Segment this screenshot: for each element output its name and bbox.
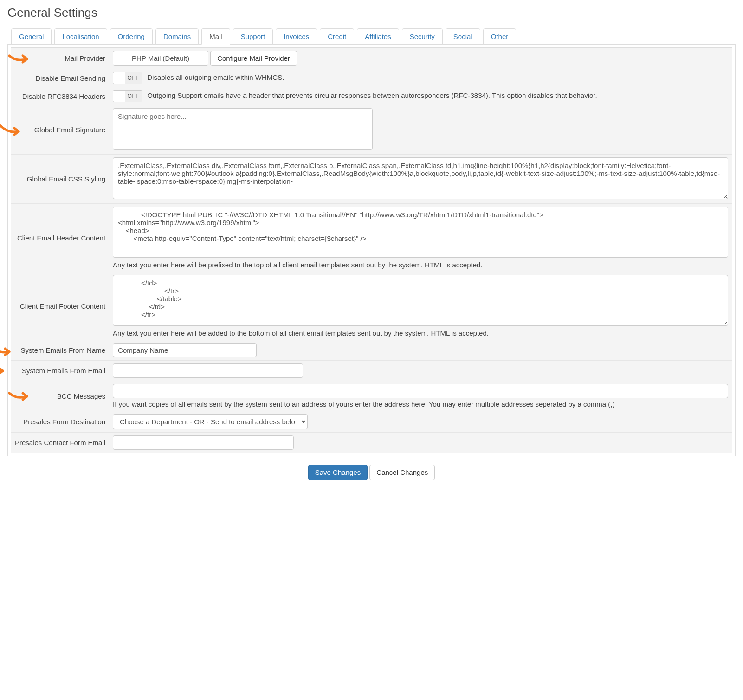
disable-rfc-headers-toggle[interactable]: OFF xyxy=(113,90,142,102)
tab-other[interactable]: Other xyxy=(483,28,517,45)
presales-form-destination-label: Presales Form Destination xyxy=(23,418,105,426)
tab-affiliates[interactable]: Affiliates xyxy=(357,28,399,45)
global-email-signature-label: Global Email Signature xyxy=(34,126,105,134)
cancel-changes-button[interactable]: Cancel Changes xyxy=(369,465,435,480)
bcc-messages-helper: If you want copies of all emails sent by… xyxy=(113,400,728,408)
client-email-footer-label: Client Email Footer Content xyxy=(20,302,105,310)
tab-domains[interactable]: Domains xyxy=(155,28,199,45)
tab-invoices[interactable]: Invoices xyxy=(276,28,317,45)
global-email-css-label: Global Email CSS Styling xyxy=(27,175,105,183)
disable-rfc-headers-desc: Outgoing Support emails have a header th… xyxy=(147,91,597,99)
arrow-icon xyxy=(0,366,10,376)
settings-tabs: GeneralLocalisationOrderingDomainsMailSu… xyxy=(7,28,736,45)
disable-email-sending-toggle[interactable]: OFF xyxy=(113,72,142,84)
arrow-icon xyxy=(0,123,26,136)
save-changes-button[interactable]: Save Changes xyxy=(308,465,368,480)
tab-security[interactable]: Security xyxy=(402,28,443,45)
configure-mail-provider-button[interactable]: Configure Mail Provider xyxy=(210,51,297,66)
tab-localisation[interactable]: Localisation xyxy=(54,28,107,45)
mail-provider-value: PHP Mail (Default) xyxy=(113,51,208,66)
tab-social[interactable]: Social xyxy=(446,28,480,45)
presales-form-destination-select[interactable]: Choose a Department - OR - Send to email… xyxy=(113,414,308,429)
client-email-header-helper: Any text you enter here will be prefixed… xyxy=(113,261,728,269)
client-email-footer-textarea[interactable] xyxy=(113,275,728,326)
client-email-footer-helper: Any text you enter here will be added to… xyxy=(113,329,728,337)
client-email-header-textarea[interactable] xyxy=(113,207,728,258)
tab-mail[interactable]: Mail xyxy=(201,28,230,45)
bcc-messages-label: BCC Messages xyxy=(57,392,105,400)
arrow-icon xyxy=(7,52,35,65)
arrow-icon xyxy=(7,389,35,402)
global-email-css-textarea[interactable] xyxy=(113,157,728,199)
system-emails-from-name-input[interactable] xyxy=(113,343,257,357)
disable-rfc-headers-label: Disable RFC3834 Headers xyxy=(22,92,105,100)
arrow-icon xyxy=(0,344,17,357)
tab-ordering[interactable]: Ordering xyxy=(110,28,153,45)
mail-provider-label: Mail Provider xyxy=(65,54,106,62)
page-title: General Settings xyxy=(7,6,736,20)
mail-settings-panel: Mail Provider PHP Mail (Default) Configu… xyxy=(7,44,736,456)
client-email-header-label: Client Email Header Content xyxy=(17,234,105,242)
tab-credit[interactable]: Credit xyxy=(320,28,354,45)
tab-support[interactable]: Support xyxy=(233,28,273,45)
disable-email-sending-desc: Disables all outgoing emails within WHMC… xyxy=(147,73,284,81)
tab-general[interactable]: General xyxy=(11,28,52,45)
system-emails-from-email-input[interactable] xyxy=(113,363,303,378)
presales-contact-form-email-label: Presales Contact Form Email xyxy=(15,439,105,447)
global-email-signature-textarea[interactable] xyxy=(113,108,373,150)
system-emails-from-name-label: System Emails From Name xyxy=(21,346,106,354)
disable-email-sending-label: Disable Email Sending xyxy=(35,74,105,82)
system-emails-from-email-label: System Emails From Email xyxy=(22,367,105,375)
form-actions: Save Changes Cancel Changes xyxy=(7,465,736,480)
presales-contact-form-email-input[interactable] xyxy=(113,435,294,450)
bcc-messages-input[interactable] xyxy=(113,384,728,398)
